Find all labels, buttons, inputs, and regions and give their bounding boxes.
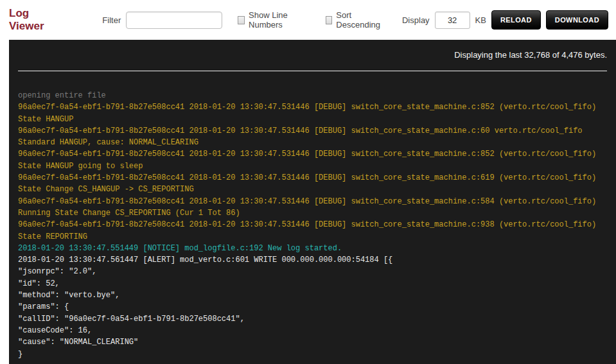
log-line: "jsonrpc": "2.0", [18,266,610,277]
log-line: "callID": "96a0ec7f-0a54-ebf1-b791-8b27e… [18,313,610,325]
kb-unit-label: KB [475,15,486,25]
sort-descending-label: Sort Descending [336,10,385,30]
show-line-numbers-label: Show Line Numbers [249,10,309,30]
download-button[interactable]: DOWNLOAD [546,10,608,30]
log-line: 96a0ec7f-0a54-ebf1-b791-8b27e508cc41 201… [18,196,610,207]
log-line: "cause": "NORMAL_CLEARING" [18,336,610,348]
log-line: 2018-01-20 13:30:47.561447 [ALERT] mod_v… [18,254,610,266]
log-line: State REPORTING [18,231,610,243]
log-line: 96a0ec7f-0a54-ebf1-b791-8b27e508cc41 201… [18,148,610,160]
log-line: 96a0ec7f-0a54-ebf1-b791-8b27e508cc41 201… [18,101,610,113]
log-line: Standard HANGUP, cause: NORMAL_CLEARING [18,137,610,148]
log-line: Running State Change CS_REPORTING (Cur 1… [18,207,610,219]
log-content: opening entire file96a0ec7f-0a54-ebf1-b7… [15,90,610,360]
log-line: "method": "verto.bye", [18,290,610,301]
sort-descending-group: Sort Descending [326,10,385,30]
log-line: opening entire file [18,90,610,101]
log-line: State HANGUP [18,114,610,125]
log-line: "causeCode": 16, [18,325,610,336]
sort-descending-checkbox[interactable] [326,16,333,24]
filter-label: Filter [102,15,121,25]
log-line: 2018-01-20 13:30:47.551449 [NOTICE] mod_… [18,243,610,254]
log-line: State Change CS_HANGUP -> CS_REPORTING [18,184,610,195]
log-line: } [18,349,610,360]
display-size-group: Display KB [402,12,486,29]
log-line: State HANGUP going to sleep [18,160,610,172]
log-panel: Displaying the last 32,768 of 4,476 byte… [9,40,616,364]
show-line-numbers-checkbox[interactable] [238,16,245,24]
show-line-numbers-group: Show Line Numbers [238,10,308,30]
page-title: Log Viewer [9,7,56,33]
filter-input[interactable] [126,12,222,29]
toolbar: Log Viewer Filter Show Line Numbers Sort… [0,0,616,40]
log-status-text: Displaying the last 32,768 of 4,476 byte… [15,46,610,60]
log-line: 96a0ec7f-0a54-ebf1-b791-8b27e508cc41 201… [18,125,610,137]
log-line: 96a0ec7f-0a54-ebf1-b791-8b27e508cc41 201… [18,219,610,230]
log-line: "id": 52, [18,278,610,290]
log-line: "params": { [18,301,610,313]
log-divider [18,71,607,71]
reload-button[interactable]: RELOAD [491,10,541,30]
toolbar-buttons: RELOAD DOWNLOAD [486,10,608,30]
log-line: 96a0ec7f-0a54-ebf1-b791-8b27e508cc41 201… [18,172,610,184]
display-label: Display [402,15,430,25]
filter-group: Filter [102,12,222,29]
display-size-input[interactable] [435,12,470,29]
